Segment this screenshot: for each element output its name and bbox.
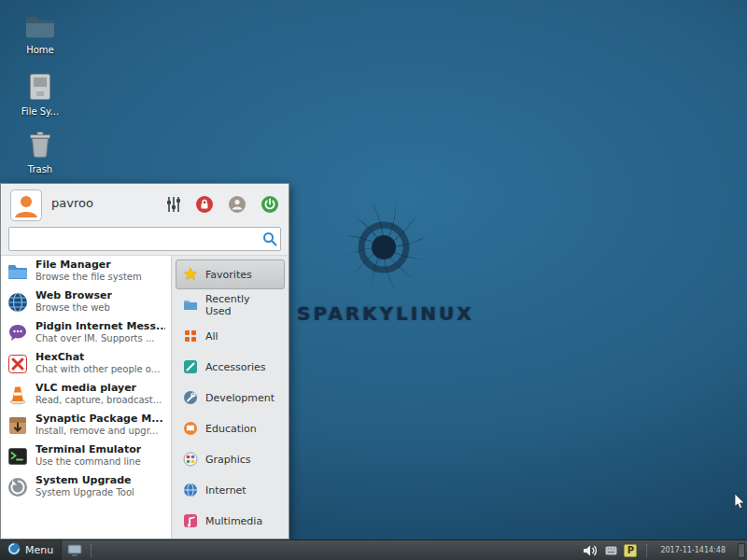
accessories-icon	[183, 359, 198, 374]
app-item-vlc[interactable]: VLC media player Read, capture, broadcas…	[1, 379, 171, 410]
clock-date: 2017-11-14	[660, 546, 704, 555]
show-desktop-button[interactable]	[62, 540, 88, 560]
category-list: Favorites Recently Used All	[171, 255, 289, 539]
logout-icon[interactable]	[261, 195, 279, 214]
taskbar-separator	[91, 544, 92, 557]
search-input[interactable]	[9, 229, 260, 249]
category-label: All	[205, 330, 218, 343]
package-icon	[7, 414, 29, 437]
clipboard-manager-icon[interactable]: P	[624, 544, 637, 557]
graphics-palette-icon	[183, 452, 198, 467]
app-item-terminal[interactable]: Terminal Emulator Use the command line	[1, 441, 171, 471]
lock-screen-icon[interactable]	[195, 195, 214, 214]
wallpaper-logo-text: SPARKYLINUX	[297, 302, 470, 325]
tray-separator	[646, 544, 647, 557]
app-item-system-upgrade[interactable]: System Upgrade System Upgrade Tool	[1, 471, 171, 502]
category-recently-used[interactable]: Recently Used	[176, 290, 285, 320]
wallpaper-logo: SPARKYLINUX	[297, 198, 470, 325]
globe-icon	[7, 291, 29, 314]
purple-chat-icon	[7, 322, 29, 344]
app-description: Read, capture, broadcast...	[35, 395, 162, 406]
blue-folder-icon	[7, 260, 29, 283]
category-label: Graphics	[205, 454, 251, 466]
desktop-icon-label: File Sy...	[9, 106, 71, 117]
app-item-hexchat[interactable]: HexChat Chat with other people o...	[1, 348, 171, 379]
app-item-synaptic[interactable]: Synaptic Package M... Install, remove an…	[1, 410, 171, 441]
desktop-icon-home[interactable]: Home	[9, 15, 71, 55]
application-menu: pavroo	[0, 183, 289, 539]
panel-corner-handle[interactable]	[738, 543, 745, 558]
app-name: File Manager	[35, 259, 142, 272]
application-list: File Manager Browse the file system Web …	[1, 255, 171, 539]
switch-user-icon[interactable]	[228, 195, 247, 214]
taskbar: Menu P 2017-11-14 14:48	[0, 539, 747, 560]
category-label: Recently Used	[205, 293, 277, 317]
username: pavroo	[51, 196, 93, 210]
category-multimedia[interactable]: Multimedia	[176, 506, 285, 536]
education-icon	[183, 421, 198, 436]
app-description: Chat over IM. Supports ...	[35, 333, 165, 344]
app-item-file-manager[interactable]: File Manager Browse the file system	[1, 256, 171, 287]
app-description: System Upgrade Tool	[35, 487, 134, 498]
desktop: SPARKYLINUX Home File Sy... Trash pavroo	[0, 0, 747, 560]
mouse-cursor	[734, 493, 746, 510]
desktop-icon-label: Trash	[9, 164, 71, 175]
category-all[interactable]: All	[176, 321, 285, 351]
app-name: HexChat	[35, 352, 160, 364]
settings-sliders-icon[interactable]	[166, 196, 181, 213]
sparky-menu-icon	[7, 542, 21, 558]
menu-button-label: Menu	[25, 544, 53, 556]
clock-time: 14:48	[704, 546, 726, 555]
menu-header: pavroo	[1, 184, 289, 225]
category-label: Multimedia	[205, 515, 262, 527]
category-accessories[interactable]: Accessories	[176, 352, 285, 382]
category-education[interactable]: Education	[176, 413, 285, 443]
category-internet[interactable]: Internet	[176, 475, 285, 505]
app-description: Browse the web	[35, 302, 112, 314]
category-label: Favorites	[205, 269, 252, 281]
upgrade-arrows-icon	[7, 476, 29, 498]
app-name: VLC media player	[35, 383, 162, 395]
category-label: Internet	[205, 484, 247, 497]
system-tray: P 2017-11-14 14:48	[582, 540, 745, 560]
all-grid-icon	[183, 329, 198, 343]
desktop-icon-trash[interactable]: Trash	[9, 131, 71, 175]
category-graphics[interactable]: Graphics	[176, 444, 285, 474]
red-x-icon	[7, 353, 29, 375]
category-favorites[interactable]: Favorites	[176, 259, 285, 289]
search-icon	[260, 231, 280, 246]
search-box	[8, 227, 281, 251]
app-description: Use the command line	[35, 456, 141, 468]
filesystem-drive-icon	[27, 73, 53, 105]
multimedia-note-icon	[183, 513, 198, 528]
app-name: Pidgin Internet Mess...	[35, 321, 165, 333]
terminal-icon	[7, 445, 29, 468]
internet-globe-icon	[183, 483, 198, 497]
category-label: Education	[205, 423, 257, 435]
app-name: Terminal Emulator	[35, 444, 141, 456]
input-device-icon[interactable]	[605, 546, 617, 555]
app-description: Install, remove and upgr...	[35, 426, 163, 437]
development-icon	[183, 390, 198, 405]
orange-cone-icon	[7, 384, 29, 406]
clock[interactable]: 2017-11-14 14:48	[656, 546, 729, 555]
app-item-web-browser[interactable]: Web Browser Browse the web	[1, 287, 171, 317]
recent-folder-icon	[183, 298, 198, 313]
monitor-icon	[67, 544, 82, 557]
app-item-pidgin[interactable]: Pidgin Internet Mess... Chat over IM. Su…	[1, 317, 171, 348]
category-label: Development	[205, 392, 275, 404]
desktop-icon-filesystem[interactable]: File Sy...	[9, 73, 71, 117]
category-label: Accessories	[205, 361, 265, 373]
desktop-icon-label: Home	[9, 45, 71, 55]
volume-icon[interactable]	[582, 543, 599, 558]
menu-button[interactable]: Menu	[0, 540, 62, 560]
app-description: Browse the file system	[35, 272, 142, 283]
app-name: System Upgrade	[35, 475, 134, 487]
trash-can-icon	[28, 131, 52, 162]
user-avatar[interactable]	[10, 189, 42, 225]
app-name: Synaptic Package M...	[35, 413, 163, 426]
menu-header-actions	[166, 195, 279, 214]
category-development[interactable]: Development	[176, 383, 285, 413]
app-name: Web Browser	[35, 290, 112, 302]
app-description: Chat with other people o...	[35, 364, 160, 375]
